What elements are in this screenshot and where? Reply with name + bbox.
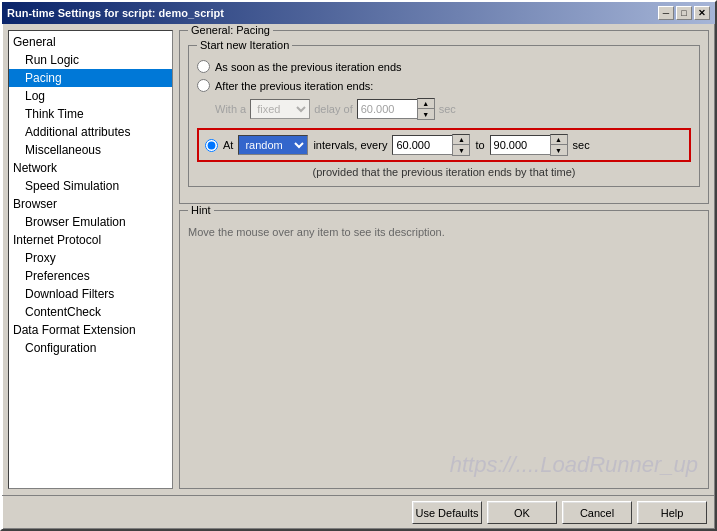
window-content: General Run Logic Pacing Log Think Time … <box>2 24 715 495</box>
hint-text: Move the mouse over any item to see its … <box>188 226 445 238</box>
radio3-input[interactable] <box>205 139 218 152</box>
minimize-button[interactable]: ─ <box>658 6 674 20</box>
sidebar-item-proxy[interactable]: Proxy <box>9 249 172 267</box>
sidebar-item-run-logic[interactable]: Run Logic <box>9 51 172 69</box>
sidebar-item-log[interactable]: Log <box>9 87 172 105</box>
sidebar-item-configuration[interactable]: Configuration <box>9 339 172 357</box>
ok-button[interactable]: OK <box>487 501 557 524</box>
use-defaults-button[interactable]: Use Defaults <box>412 501 482 524</box>
radio1-label: As soon as the previous iteration ends <box>215 61 402 73</box>
sub-section-title: Start new Iteration <box>197 39 292 51</box>
radio2-label: After the previous iteration ends: <box>215 80 373 92</box>
sidebar-item-preferences[interactable]: Preferences <box>9 267 172 285</box>
fixed-delay-row: With a fixed delay of ▲ ▼ sec <box>197 98 691 120</box>
sec-label2: sec <box>573 139 590 151</box>
interval-to-spinner: ▲ ▼ <box>490 134 568 156</box>
delay-label: delay of <box>314 103 353 115</box>
sidebar-item-content-check[interactable]: ContentCheck <box>9 303 172 321</box>
sidebar-item-browser[interactable]: Browser <box>9 195 172 213</box>
sidebar-item-network[interactable]: Network <box>9 159 172 177</box>
interval-from-spinner: ▲ ▼ <box>392 134 470 156</box>
right-panel: General: Pacing Start new Iteration As s… <box>179 30 709 489</box>
close-button[interactable]: ✕ <box>694 6 710 20</box>
to-label: to <box>475 139 484 151</box>
interval-from-buttons: ▲ ▼ <box>452 134 470 156</box>
radio3-label: At <box>223 139 233 151</box>
cancel-button[interactable]: Cancel <box>562 501 632 524</box>
window-title: Run-time Settings for script: demo_scrip… <box>7 7 224 19</box>
intervals-label: intervals, every <box>313 139 387 151</box>
radio2-row: After the previous iteration ends: <box>197 79 691 92</box>
iteration-sub-group: Start new Iteration As soon as the previ… <box>188 45 700 187</box>
title-bar-buttons: ─ □ ✕ <box>658 6 710 20</box>
watermark: https://....LoadRunner_up <box>450 452 698 478</box>
interval-from-spin-down[interactable]: ▼ <box>453 145 469 155</box>
sidebar-item-think-time[interactable]: Think Time <box>9 105 172 123</box>
radio1-input[interactable] <box>197 60 210 73</box>
section-title: General: Pacing <box>188 24 273 36</box>
interval-to-spin-down[interactable]: ▼ <box>551 145 567 155</box>
sidebar-item-download-filters[interactable]: Download Filters <box>9 285 172 303</box>
sidebar-item-speed-simulation[interactable]: Speed Simulation <box>9 177 172 195</box>
sidebar-item-browser-emulation[interactable]: Browser Emulation <box>9 213 172 231</box>
sidebar-item-general[interactable]: General <box>9 33 172 51</box>
bottom-bar: Use Defaults OK Cancel Help <box>2 495 715 529</box>
interval-from-spin-up[interactable]: ▲ <box>453 135 469 145</box>
help-button[interactable]: Help <box>637 501 707 524</box>
sidebar-item-data-format[interactable]: Data Format Extension <box>9 321 172 339</box>
hint-box: Hint Move the mouse over any item to see… <box>179 210 709 489</box>
delay-spinner-buttons: ▲ ▼ <box>417 98 435 120</box>
maximize-button[interactable]: □ <box>676 6 692 20</box>
left-panel: General Run Logic Pacing Log Think Time … <box>8 30 173 489</box>
delay-spin-up[interactable]: ▲ <box>418 99 434 109</box>
delay-input[interactable] <box>357 99 417 119</box>
sidebar-item-miscellaneous[interactable]: Miscellaneous <box>9 141 172 159</box>
provided-label: (provided that the previous iteration en… <box>197 166 691 178</box>
sidebar-item-internet-protocol[interactable]: Internet Protocol <box>9 231 172 249</box>
radio1-row: As soon as the previous iteration ends <box>197 60 691 73</box>
delay-spinner: ▲ ▼ <box>357 98 435 120</box>
sec-label1: sec <box>439 103 456 115</box>
interval-from-input[interactable] <box>392 135 452 155</box>
hint-title: Hint <box>188 204 214 216</box>
interval-to-spin-up[interactable]: ▲ <box>551 135 567 145</box>
interval-combo[interactable]: random fixed <box>238 135 308 155</box>
title-bar: Run-time Settings for script: demo_scrip… <box>2 2 715 24</box>
radio2-input[interactable] <box>197 79 210 92</box>
main-group-box: General: Pacing Start new Iteration As s… <box>179 30 709 204</box>
interval-to-input[interactable] <box>490 135 550 155</box>
sidebar-item-additional-attributes[interactable]: Additional attributes <box>9 123 172 141</box>
interval-to-buttons: ▲ ▼ <box>550 134 568 156</box>
sidebar-item-pacing[interactable]: Pacing <box>9 69 172 87</box>
fixed-combo[interactable]: fixed <box>250 99 310 119</box>
with-label: With a <box>215 103 246 115</box>
delay-spin-down[interactable]: ▼ <box>418 109 434 119</box>
main-window: Run-time Settings for script: demo_scrip… <box>0 0 717 531</box>
at-intervals-row: At random fixed intervals, every ▲ ▼ <box>197 128 691 162</box>
